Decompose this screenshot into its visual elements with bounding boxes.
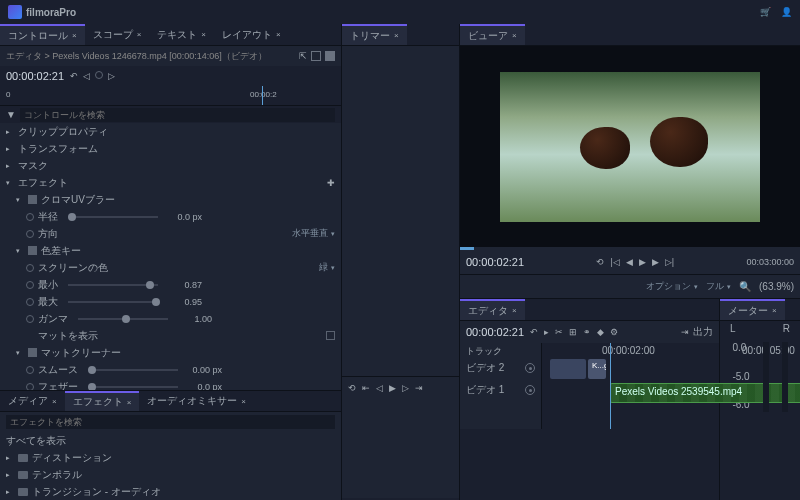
view-toggle2-icon[interactable] bbox=[325, 51, 335, 61]
add-effect-icon[interactable]: ✚ bbox=[327, 178, 335, 188]
viewer-zoom[interactable]: (63.9%) bbox=[759, 281, 794, 292]
go-start-icon[interactable]: ⇤ bbox=[362, 383, 370, 393]
effect-color-diff[interactable]: 色差キー bbox=[41, 244, 81, 258]
tab-viewer[interactable]: ビューア× bbox=[460, 24, 525, 45]
cursor-icon[interactable]: ▸ bbox=[544, 327, 549, 337]
settings-icon[interactable]: ⚙ bbox=[610, 327, 618, 337]
control-ruler[interactable]: 0 00:00:2 bbox=[0, 86, 341, 106]
clip-video2a[interactable] bbox=[550, 359, 586, 379]
folder-icon bbox=[18, 454, 28, 462]
control-timecode[interactable]: 00:00:02:21 bbox=[6, 70, 64, 82]
undo-icon[interactable]: ↶ bbox=[530, 327, 538, 337]
kf-toggle[interactable] bbox=[26, 213, 34, 221]
timeline-canvas[interactable]: 00:00:02:0000:00:05:00 K...g Pexels Vide… bbox=[542, 343, 719, 429]
track-header: トラック bbox=[460, 343, 541, 357]
control-search-input[interactable] bbox=[20, 108, 335, 122]
tab-text[interactable]: テキスト× bbox=[149, 24, 214, 45]
play-icon[interactable]: ▶ bbox=[639, 257, 646, 267]
effect-chroma-blur[interactable]: クロマUVブラー bbox=[41, 193, 115, 207]
next-frame-icon[interactable]: ▶ bbox=[652, 257, 659, 267]
tab-effects[interactable]: エフェクト× bbox=[65, 391, 140, 411]
clip-video2b[interactable]: K...g bbox=[588, 359, 606, 379]
viewer-options[interactable]: オプション bbox=[646, 280, 698, 293]
export-icon[interactable]: ⇥ bbox=[681, 327, 689, 337]
timeline-playhead[interactable] bbox=[610, 343, 611, 429]
group-transform[interactable]: トランスフォーム bbox=[18, 142, 98, 156]
tab-meters[interactable]: メーター× bbox=[720, 299, 785, 320]
marker-icon[interactable]: ◆ bbox=[597, 327, 604, 337]
group-effects[interactable]: エフェクト bbox=[18, 176, 68, 190]
editor-timecode[interactable]: 00:00:02:21 bbox=[466, 326, 524, 338]
next-kf-icon[interactable]: ▷ bbox=[108, 71, 115, 81]
smooth-slider[interactable] bbox=[88, 369, 178, 371]
eye-icon[interactable] bbox=[525, 385, 535, 395]
tab-media[interactable]: メディア× bbox=[0, 391, 65, 411]
chevron-right-icon[interactable]: ▸ bbox=[6, 128, 14, 136]
group-mask[interactable]: マスク bbox=[18, 159, 48, 173]
breadcrumb: エディタ > Pexels Videos 1246678.mp4 [00:00:… bbox=[6, 50, 267, 63]
viewer-timecode[interactable]: 00:00:02:21 bbox=[466, 256, 524, 268]
zoom-out-icon[interactable]: 🔍 bbox=[739, 281, 751, 292]
folder-transition-audio[interactable]: ▸トランジション - オーディオ bbox=[0, 483, 341, 500]
viewer-full[interactable]: フル bbox=[706, 280, 731, 293]
effect-matte-cleaner[interactable]: マットクリーナー bbox=[41, 346, 121, 360]
loop-icon[interactable]: ⟲ bbox=[348, 383, 356, 393]
eye-icon[interactable] bbox=[525, 363, 535, 373]
effect-toggle[interactable] bbox=[28, 195, 37, 204]
app-logo: filmoraPro bbox=[8, 5, 76, 19]
group-clip-props[interactable]: クリッププロパティ bbox=[18, 125, 108, 139]
play-icon[interactable]: ▶ bbox=[389, 383, 396, 393]
link-icon[interactable]: ⚭ bbox=[583, 327, 591, 337]
go-start-icon[interactable]: |◁ bbox=[610, 257, 619, 267]
go-end-icon[interactable]: ⇥ bbox=[415, 383, 423, 393]
expand-icon[interactable]: ⇱ bbox=[299, 51, 307, 61]
loop-icon[interactable]: ⟲ bbox=[596, 257, 604, 267]
max-slider[interactable] bbox=[68, 301, 158, 303]
chevron-down-icon[interactable]: ▾ bbox=[6, 179, 14, 187]
trimmer-lower bbox=[342, 398, 459, 498]
tab-layout[interactable]: レイアウト× bbox=[214, 24, 289, 45]
cart-icon[interactable]: 🛒 bbox=[760, 7, 771, 17]
undo-icon[interactable]: ↶ bbox=[70, 71, 78, 81]
min-slider[interactable] bbox=[68, 284, 158, 286]
prev-frame-icon[interactable]: ◁ bbox=[376, 383, 383, 393]
track-video1[interactable]: ビデオ 1 bbox=[460, 379, 541, 401]
trimmer-canvas[interactable] bbox=[342, 46, 459, 376]
tab-audio-mixer[interactable]: オーディオミキサー× bbox=[139, 391, 254, 411]
folder-temporal[interactable]: ▸テンポラル bbox=[0, 466, 341, 483]
snap-icon[interactable]: ⊞ bbox=[569, 327, 577, 337]
prev-kf-icon[interactable]: ◁ bbox=[83, 71, 90, 81]
show-matte-checkbox[interactable] bbox=[326, 331, 335, 340]
next-frame-icon[interactable]: ▷ bbox=[402, 383, 409, 393]
tab-trimmer[interactable]: トリマー× bbox=[342, 24, 407, 45]
screen-color-select[interactable]: 緑 bbox=[319, 261, 335, 274]
viewer-duration: 00:03:00:00 bbox=[746, 257, 794, 267]
effects-search-input[interactable] bbox=[6, 415, 335, 429]
view-toggle-icon[interactable] bbox=[311, 51, 321, 61]
radius-value[interactable]: 0.0 px bbox=[168, 212, 202, 222]
clip-video1[interactable]: Pexels Videos 2539545.mp4 bbox=[610, 383, 800, 403]
radius-slider[interactable] bbox=[68, 216, 158, 218]
gamma-slider[interactable] bbox=[78, 318, 168, 320]
tab-editor[interactable]: エディタ× bbox=[460, 299, 525, 320]
go-end-icon[interactable]: ▷| bbox=[665, 257, 674, 267]
close-icon[interactable]: × bbox=[72, 31, 77, 40]
show-all-item[interactable]: すべてを表示 bbox=[0, 432, 341, 449]
user-icon[interactable]: 👤 bbox=[781, 7, 792, 17]
keyframe-icon[interactable] bbox=[95, 71, 103, 79]
track-video2[interactable]: ビデオ 2 bbox=[460, 357, 541, 379]
razor-icon[interactable]: ✂ bbox=[555, 327, 563, 337]
folder-distortion[interactable]: ▸ディストーション bbox=[0, 449, 341, 466]
tab-control[interactable]: コントロール× bbox=[0, 24, 85, 45]
tab-scope[interactable]: スコープ× bbox=[85, 24, 150, 45]
filter-icon[interactable]: ▼ bbox=[6, 109, 16, 120]
direction-select[interactable]: 水平垂直 bbox=[292, 227, 335, 240]
viewer-canvas[interactable] bbox=[460, 46, 800, 247]
prev-frame-icon[interactable]: ◀ bbox=[626, 257, 633, 267]
feather-slider[interactable] bbox=[88, 386, 178, 388]
playhead[interactable] bbox=[262, 86, 263, 105]
